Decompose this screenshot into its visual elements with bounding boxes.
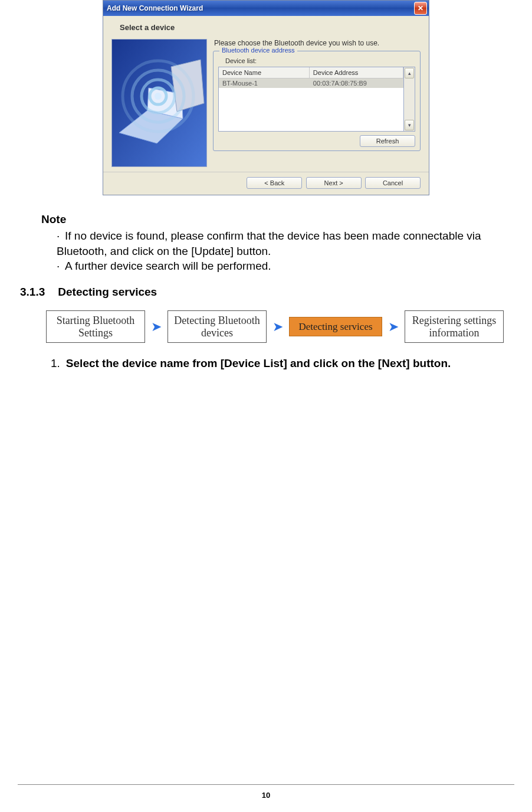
flow-box-start: Starting Bluetooth Settings: [46, 310, 145, 343]
device-address-group: Bluetooth device address Device list: De…: [213, 51, 421, 151]
section-number: 3.1.3: [20, 286, 45, 298]
arrow-icon: ➤: [388, 320, 399, 333]
scroll-down-icon[interactable]: ▾: [405, 120, 414, 130]
cancel-button[interactable]: Cancel: [365, 177, 421, 189]
page-number: 10: [262, 791, 270, 800]
arrow-icon: ➤: [151, 320, 162, 333]
col-device-address[interactable]: Device Address: [310, 67, 403, 78]
device-list-label: Device list:: [225, 57, 415, 64]
table-header: Device Name Device Address: [219, 67, 403, 78]
bullet-icon: ·: [57, 258, 65, 274]
device-list-table[interactable]: Device Name Device Address BT-Mouse-1 00…: [218, 67, 404, 132]
scrollbar[interactable]: ▴ ▾: [404, 67, 415, 132]
section-title: Detecting services: [58, 286, 157, 298]
step-text: Select the device name from [Device List…: [66, 357, 451, 369]
wizard-step-title: Select a device: [111, 22, 421, 39]
bullet-icon: ·: [57, 228, 65, 244]
wizard-illustration: [111, 39, 207, 167]
titlebar: Add New Connection Wizard ✕: [103, 1, 429, 16]
close-icon[interactable]: ✕: [414, 2, 427, 15]
wizard-footer: < Back Next > Cancel: [111, 176, 421, 191]
step-number: 1.: [51, 357, 60, 369]
svg-point-8: [155, 93, 162, 100]
wizard-window: Add New Connection Wizard ✕ Select a dev…: [103, 0, 429, 195]
group-legend: Bluetooth device address: [219, 47, 297, 54]
scroll-up-icon[interactable]: ▴: [405, 68, 414, 78]
note-heading: Note: [41, 213, 491, 226]
wizard-instruction: Please choose the Bluetooth device you w…: [214, 39, 421, 47]
cell-device-address: 00:03:7A:08:75:B9: [310, 78, 403, 88]
separator: [103, 172, 429, 172]
arrow-icon: ➤: [272, 320, 283, 333]
back-button[interactable]: < Back: [247, 177, 302, 189]
svg-marker-3: [171, 60, 204, 112]
refresh-button[interactable]: Refresh: [360, 135, 415, 147]
cell-device-name: BT-Mouse-1: [219, 78, 310, 88]
flow-box-detect-services: Detecting services: [289, 317, 382, 337]
page-footer: 10: [0, 784, 532, 800]
next-button[interactable]: Next >: [306, 177, 362, 189]
section-heading: 3.1.3Detecting services: [20, 286, 491, 299]
step-list: 1.Select the device name from [Device Li…: [51, 357, 491, 370]
window-title: Add New Connection Wizard: [107, 4, 203, 12]
flowchart: Starting Bluetooth Settings ➤ Detecting …: [41, 310, 491, 343]
note-line-1: If no device is found, please confirm th…: [57, 230, 481, 257]
note-line-2: A further device search will be performe…: [65, 260, 271, 272]
footer-rule: [18, 784, 514, 785]
col-device-name[interactable]: Device Name: [219, 67, 310, 78]
table-row[interactable]: BT-Mouse-1 00:03:7A:08:75:B9: [219, 78, 403, 88]
note-body: ·If no device is found, please confirm t…: [57, 228, 491, 274]
wizard-body: Select a device: [103, 16, 429, 195]
flow-box-detect-devices: Detecting Bluetooth devices: [168, 310, 267, 343]
flow-box-register: Registering settings information: [405, 310, 504, 343]
